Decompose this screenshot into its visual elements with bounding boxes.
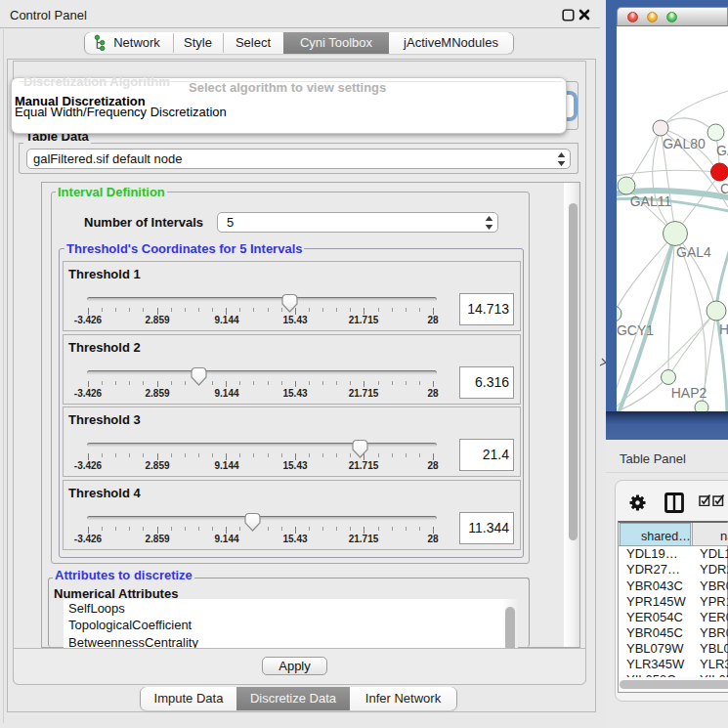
svg-text:C: C bbox=[720, 181, 728, 196]
svg-text:GAL80: GAL80 bbox=[663, 136, 706, 151]
svg-text:GAL: GAL bbox=[716, 143, 728, 158]
svg-text:HAP2: HAP2 bbox=[671, 385, 707, 401]
svg-text:HA: HA bbox=[719, 321, 728, 337]
svg-text:GAL11: GAL11 bbox=[630, 193, 672, 209]
svg-text:GAL4: GAL4 bbox=[676, 244, 711, 260]
svg-text:GCY1: GCY1 bbox=[617, 322, 654, 338]
